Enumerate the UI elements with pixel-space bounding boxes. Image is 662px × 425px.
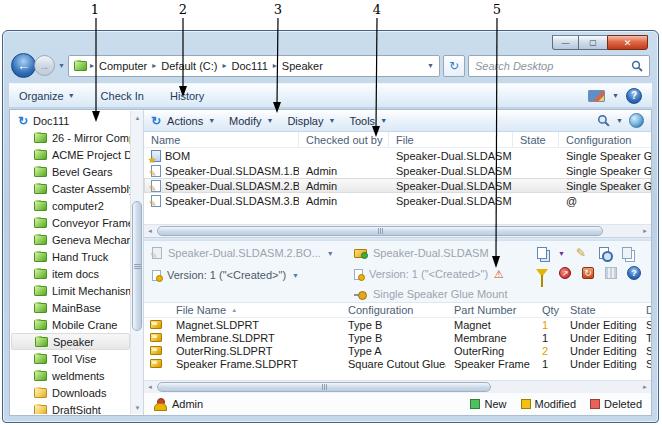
file-table-horizontal-scrollbar[interactable]: ◄ ►	[144, 224, 651, 237]
history-button[interactable]: History	[170, 90, 204, 102]
edit-icon[interactable]: ✎	[574, 246, 588, 260]
modify-menu[interactable]: Modify▼	[229, 115, 273, 127]
copy-caret-icon[interactable]: ▼	[558, 250, 565, 257]
display-menu[interactable]: Display▼	[287, 115, 335, 127]
table-row[interactable]: ★BOM Speaker-Dual.SLDASM Single Speaker …	[144, 148, 651, 163]
close-button[interactable]: ✕	[607, 35, 648, 50]
sidebar-item-computer2[interactable]: computer2	[11, 197, 130, 214]
table-row[interactable]: OuterRing.SLDPRT Type A OuterRing 2 Unde…	[144, 344, 651, 357]
rollback-icon[interactable]: ↻	[581, 266, 595, 280]
sidebar-item-speaker[interactable]: Speaker	[11, 333, 130, 350]
help-button[interactable]: ?	[626, 88, 642, 104]
sidebar-item-mainbase[interactable]: MainBase	[11, 299, 130, 316]
sidebar-item-downloads[interactable]: Downloads	[11, 384, 130, 401]
go-to-icon[interactable]: ↗	[558, 266, 572, 280]
maximize-button[interactable]: ▢	[579, 35, 607, 50]
search-input[interactable]: Search Desktop	[468, 55, 650, 77]
organize-menu[interactable]: Organize ▼	[19, 90, 75, 102]
chevron-down-icon[interactable]: ▼	[292, 272, 299, 279]
breadcrumb-segment-speaker[interactable]: Speaker	[280, 60, 325, 72]
column-header-configuration[interactable]: Configuration	[340, 304, 446, 316]
referenced-file-label: Speaker-Dual.SLDASM	[373, 247, 489, 259]
sidebar-item-draftsight[interactable]: DraftSight	[11, 401, 130, 414]
table-row[interactable]: Membrane.SLDPRT Type B Membrane 1 Under …	[144, 331, 651, 344]
views-caret-icon[interactable]: ▼	[612, 92, 619, 99]
forward-button[interactable]: →	[34, 55, 55, 76]
table-row[interactable]: ✎Speaker-Dual.SLDASM.3.B... Admin Speake…	[144, 193, 651, 208]
nav-history-caret-icon[interactable]: ▼	[58, 62, 65, 69]
callout-3: 3	[274, 2, 282, 17]
legend-new-label: New	[484, 398, 506, 410]
scroll-thumb[interactable]	[157, 382, 491, 392]
chevron-down-icon[interactable]: ▼	[327, 250, 334, 257]
column-header-name[interactable]: Name	[144, 132, 299, 147]
column-header-qty[interactable]: Qty	[534, 304, 562, 316]
command-bar: Organize ▼ Check In History ▼ ?	[9, 83, 652, 108]
views-icon[interactable]	[588, 90, 605, 102]
sidebar-item-limit-mechanism[interactable]: Limit Mechanism	[11, 282, 130, 299]
minimize-button[interactable]: —	[552, 35, 579, 50]
table-row[interactable]: Magnet.SLDPRT Type B Magnet 1 Under Edit…	[144, 318, 651, 331]
warning-icon: ⚠	[494, 269, 504, 280]
filter-icon[interactable]	[535, 266, 549, 280]
sidebar-item-label: MainBase	[52, 302, 101, 314]
sidebar-item-doc111[interactable]: ↻Doc111	[11, 112, 130, 129]
scroll-left-icon[interactable]: ◄	[144, 381, 156, 393]
help-icon[interactable]: ?	[627, 266, 641, 280]
sidebar-item-item-docs[interactable]: item docs	[11, 265, 130, 282]
search-files-icon[interactable]	[597, 114, 610, 127]
scroll-thumb[interactable]	[157, 226, 603, 236]
refresh-button[interactable]: ↻	[443, 55, 465, 77]
folder-icon	[34, 252, 47, 262]
columns-icon[interactable]	[604, 266, 618, 280]
scroll-right-icon[interactable]: ►	[639, 381, 651, 393]
preview-icon[interactable]	[597, 246, 611, 260]
sidebar-item-caster[interactable]: Caster Assembly	[11, 180, 130, 197]
breadcrumb-segment-doc111[interactable]: Doc111	[230, 60, 270, 72]
sidebar-item-acme[interactable]: ACME Project Do	[11, 146, 130, 163]
scroll-up-icon[interactable]: ▲	[131, 111, 144, 124]
breadcrumb-segment-computer[interactable]: Computer	[97, 60, 149, 72]
table-row-selected[interactable]: ✎Speaker-Dual.SLDASM.2.B... Admin Speake…	[144, 178, 651, 193]
globe-icon[interactable]	[629, 113, 644, 128]
column-header-file-name[interactable]: File Name▲	[168, 304, 340, 316]
column-header-state[interactable]: State	[562, 304, 638, 316]
status-bar: Admin New Modified Deleted	[144, 393, 651, 415]
scroll-left-icon[interactable]: ◄	[144, 225, 156, 237]
sidebar-item-mirror[interactable]: 26 - Mirror Comp	[11, 129, 130, 146]
breadcrumb-dropdown-caret-icon[interactable]: ▼	[427, 62, 434, 69]
column-header-checked[interactable]: Checked out by	[299, 132, 389, 147]
copy-icon[interactable]	[535, 246, 549, 260]
scroll-right-icon[interactable]: ►	[639, 225, 651, 237]
chevron-down-icon: ▼	[266, 117, 273, 124]
breadcrumb[interactable]: ▸ Computer ▸ Default (C:) ▸ Doc111 ▸ Spe…	[68, 55, 440, 77]
vault-icon: ↻	[151, 115, 161, 127]
sidebar-item-geneva[interactable]: Geneva Mechani	[11, 231, 130, 248]
table-row[interactable]: Speaker Frame.SLDPRT Square Cutout Gluea…	[144, 357, 651, 370]
back-button[interactable]: ←	[11, 53, 36, 78]
sidebar-scrollbar[interactable]: ▲ ▼	[130, 111, 143, 414]
sidebar-item-tool-vise[interactable]: Tool Vise	[11, 350, 130, 367]
tools-menu[interactable]: Tools▼	[349, 115, 387, 127]
sidebar-item-bevel-gears[interactable]: Bevel Gears	[11, 163, 130, 180]
scroll-down-icon[interactable]: ▼	[131, 401, 144, 414]
actions-menu[interactable]: Actions▼	[167, 115, 215, 127]
breadcrumb-segment-drive[interactable]: Default (C:)	[159, 60, 219, 72]
sidebar-item-weldments[interactable]: weldments	[11, 367, 130, 384]
sidebar-item-hand-truck[interactable]: Hand Truck	[11, 248, 130, 265]
copy-tree-icon[interactable]	[620, 246, 634, 260]
search-caret-icon[interactable]: ▼	[616, 117, 623, 124]
bom-legend: New Modified Deleted	[470, 398, 642, 410]
local-version-label: Version: 1 ("<Created>")	[167, 269, 286, 281]
table-row[interactable]: ✎Speaker-Dual.SLDASM.1.B... Admin Speake…	[144, 163, 651, 178]
column-header-clipped[interactable]: D	[638, 304, 651, 316]
check-in-button[interactable]: Check In	[101, 90, 144, 102]
sidebar-item-mobile-crane[interactable]: Mobile Crane	[11, 316, 130, 333]
column-header-part-number[interactable]: Part Number	[446, 304, 534, 316]
column-header-configuration[interactable]: Configuration	[559, 132, 651, 147]
column-header-file[interactable]: File	[389, 132, 513, 147]
sidebar-item-conveyor[interactable]: Conveyor Frame	[11, 214, 130, 231]
sidebar-scroll-thumb[interactable]	[132, 201, 142, 331]
bom-table-horizontal-scrollbar[interactable]: ◄ ►	[144, 380, 651, 393]
column-header-state[interactable]: State	[513, 132, 559, 147]
